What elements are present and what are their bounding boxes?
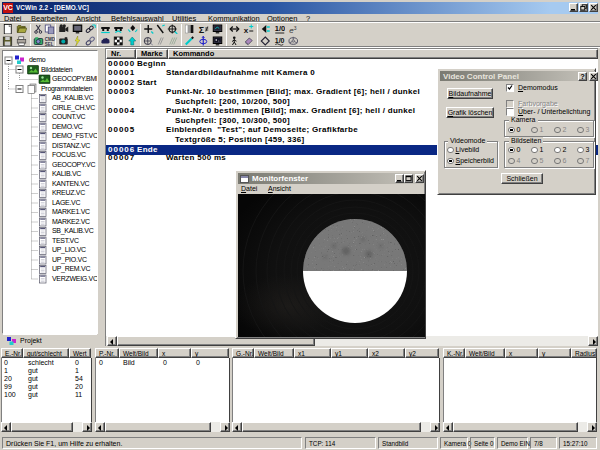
svg-text:Σ: Σ — [199, 25, 205, 35]
svg-text:1/0: 1/0 — [275, 24, 285, 33]
svg-text:1/0: 1/0 — [275, 37, 285, 44]
svg-text:x: x — [244, 26, 249, 34]
svg-text:SEL: SEL — [45, 42, 54, 47]
svg-text:3: 3 — [294, 25, 297, 31]
